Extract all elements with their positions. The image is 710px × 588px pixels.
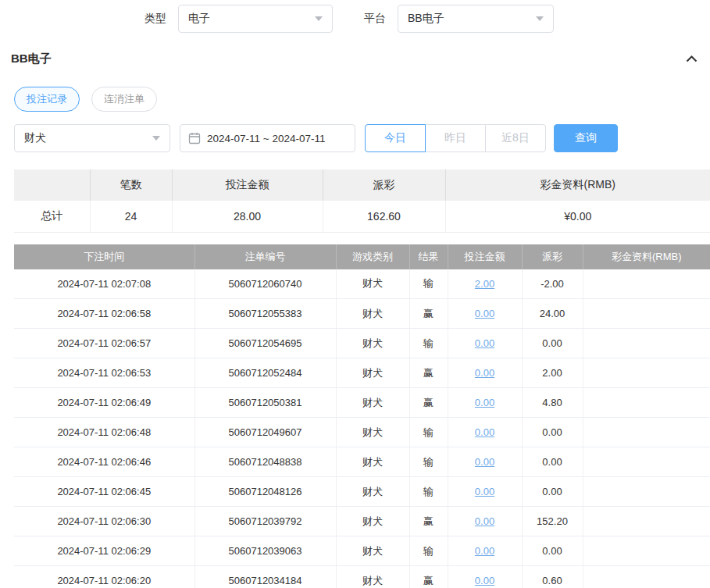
bet-time-cell: 2024-07-11 02:07:08: [14, 269, 194, 299]
result-cell: 输: [409, 329, 448, 358]
result-cell: 输: [409, 447, 448, 477]
records-header-row: 下注时间 注单编号 游戏类别 结果 投注金额 派彩 彩金资料(RMB): [14, 244, 710, 269]
range-today-button[interactable]: 今日: [365, 124, 426, 152]
result-cell: 赢: [409, 358, 448, 388]
tab-cancelled-orders[interactable]: 连消注单: [91, 87, 157, 112]
range-8days-button[interactable]: 近8日: [485, 124, 546, 152]
order-number-cell: 5060712039792: [194, 507, 336, 536]
result-cell: 赢: [409, 388, 448, 418]
summary-bet-amount-value: 28.00: [172, 201, 323, 232]
table-row: 2024-07-11 02:06:585060712055383财犬赢0.002…: [14, 299, 710, 329]
game-select-value: 财犬: [24, 131, 46, 145]
game-type-cell: 财犬: [336, 447, 409, 477]
bonus-cell: [583, 418, 710, 447]
bet-amount-link[interactable]: 0.00: [475, 397, 494, 408]
summary-bonus-value: ¥0.00: [445, 201, 710, 232]
col-bet-time: 下注时间: [14, 244, 194, 269]
bet-time-cell: 2024-07-11 02:06:45: [14, 477, 194, 507]
chevron-down-icon: [536, 16, 544, 21]
result-cell: 输: [409, 536, 448, 566]
order-number-cell: 5060712050381: [194, 388, 336, 418]
table-row: 2024-07-11 02:06:485060712049607财犬输0.000…: [14, 418, 710, 447]
bonus-cell: [583, 269, 710, 299]
payout-cell: 4.80: [522, 388, 583, 418]
order-number-cell: 5060712052484: [194, 358, 336, 388]
summary-col-empty: [14, 169, 90, 201]
order-number-cell: 5060712055383: [194, 299, 336, 329]
bet-amount-cell: 0.00: [448, 299, 522, 329]
summary-count-value: 24: [90, 201, 172, 232]
calendar-icon: [188, 132, 201, 144]
date-range-picker[interactable]: 2024-07-11 ~ 2024-07-11: [180, 124, 355, 152]
bet-amount-cell: 0.00: [448, 447, 522, 477]
bet-amount-cell: 0.00: [448, 388, 522, 418]
bet-amount-link[interactable]: 0.00: [475, 545, 494, 557]
bonus-cell: [583, 536, 710, 566]
result-cell: 输: [409, 269, 448, 299]
type-select[interactable]: 电子: [178, 5, 333, 33]
game-type-cell: 财犬: [336, 299, 409, 329]
game-type-cell: 财犬: [336, 329, 409, 358]
records-body: 2024-07-11 02:07:085060712060740财犬输2.00-…: [14, 269, 710, 588]
table-row: 2024-07-11 02:06:205060712034184财犬赢0.000…: [14, 566, 710, 588]
bet-time-cell: 2024-07-11 02:06:20: [14, 566, 194, 588]
table-row: 2024-07-11 02:06:535060712052484财犬赢0.002…: [14, 358, 710, 388]
platform-select-value: BB电子: [408, 12, 444, 26]
bet-time-cell: 2024-07-11 02:06:48: [14, 418, 194, 447]
records-table: 下注时间 注单编号 游戏类别 结果 投注金额 派彩 彩金资料(RMB) 2024…: [14, 244, 710, 588]
bet-amount-cell: 0.00: [448, 536, 522, 566]
game-type-cell: 财犬: [336, 388, 409, 418]
bet-amount-cell: 0.00: [448, 566, 522, 588]
bonus-cell: [583, 477, 710, 507]
summary-col-count: 笔数: [90, 169, 172, 201]
col-payout: 派彩: [522, 244, 583, 269]
table-row: 2024-07-11 02:06:465060712048838财犬输0.000…: [14, 447, 710, 477]
summary-header-row: 笔数 投注金额 派彩 彩金资料(RMB): [14, 169, 710, 201]
payout-cell: 0.00: [522, 536, 583, 566]
collapse-button[interactable]: [686, 55, 698, 62]
order-number-cell: 5060712039063: [194, 536, 336, 566]
summary-col-payout: 派彩: [323, 169, 445, 201]
filter-row: 财犬 2024-07-11 ~ 2024-07-11 今日 昨日 近8日 查询: [14, 124, 710, 152]
bet-time-cell: 2024-07-11 02:06:53: [14, 358, 194, 388]
game-type-cell: 财犬: [336, 418, 409, 447]
bet-amount-link[interactable]: 0.00: [475, 456, 494, 468]
payout-cell: 0.00: [522, 329, 583, 358]
bet-amount-link[interactable]: 0.00: [475, 486, 494, 497]
game-type-cell: 财犬: [336, 566, 409, 588]
section-title: BB电子: [11, 52, 52, 66]
game-type-cell: 财犬: [336, 358, 409, 388]
bet-amount-link[interactable]: 2.00: [475, 278, 494, 290]
bet-amount-link[interactable]: 0.00: [475, 426, 494, 438]
payout-cell: 0.00: [522, 447, 583, 477]
range-yesterday-button[interactable]: 昨日: [425, 124, 486, 152]
platform-select[interactable]: BB电子: [398, 5, 554, 33]
bonus-cell: [583, 507, 710, 536]
bet-amount-cell: 0.00: [448, 418, 522, 447]
quick-range-group: 今日 昨日 近8日: [365, 124, 546, 152]
col-order-number: 注单编号: [194, 244, 336, 269]
search-button[interactable]: 查询: [554, 124, 618, 152]
bet-amount-link[interactable]: 0.00: [475, 308, 494, 319]
game-select[interactable]: 财犬: [14, 124, 170, 152]
bet-amount-link[interactable]: 0.00: [475, 337, 494, 349]
tab-bet-records[interactable]: 投注记录: [14, 87, 80, 112]
result-cell: 赢: [409, 507, 448, 536]
result-cell: 赢: [409, 299, 448, 329]
bet-amount-link[interactable]: 0.00: [475, 515, 494, 527]
payout-cell: 0.00: [522, 418, 583, 447]
bet-records-page: 类型 电子 平台 BB电子 BB电子 投注记录 连消注单 财犬: [0, 5, 710, 588]
bonus-cell: [583, 329, 710, 358]
col-game-type: 游戏类别: [336, 244, 409, 269]
order-number-cell: 5060712049607: [194, 418, 336, 447]
payout-cell: 2.00: [522, 358, 583, 388]
bet-amount-link[interactable]: 0.00: [475, 367, 494, 379]
table-row: 2024-07-11 02:06:575060712054695财犬输0.000…: [14, 329, 710, 358]
bet-amount-cell: 0.00: [448, 329, 522, 358]
summary-payout-value: 162.60: [323, 201, 445, 232]
bet-time-cell: 2024-07-11 02:06:29: [14, 536, 194, 566]
bet-amount-link[interactable]: 0.00: [475, 575, 494, 586]
summary-total-row: 总计 24 28.00 162.60 ¥0.00: [14, 201, 710, 232]
payout-cell: 0.60: [522, 566, 583, 588]
table-row: 2024-07-11 02:06:455060712048126财犬输0.000…: [14, 477, 710, 507]
